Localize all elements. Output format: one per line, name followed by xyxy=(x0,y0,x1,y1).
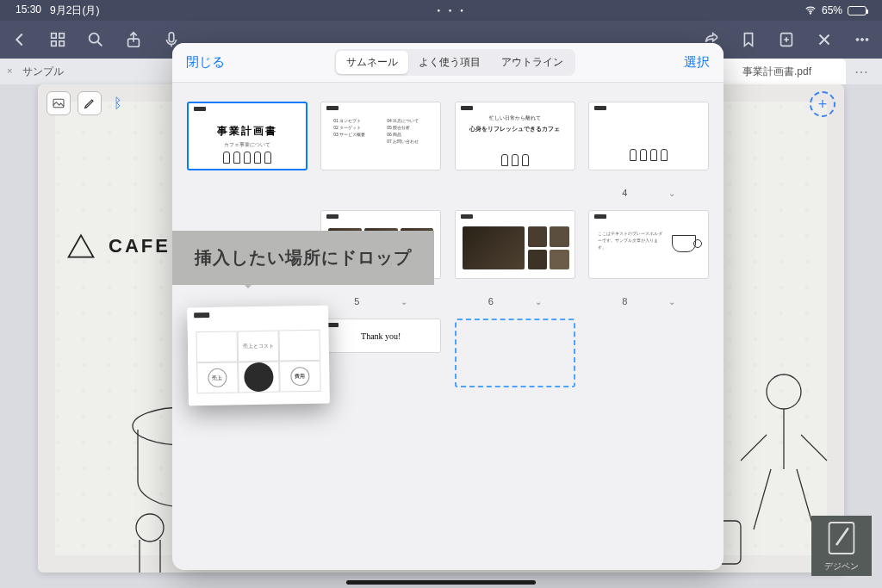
share-button[interactable] xyxy=(124,30,143,49)
watermark-badge: デジペン xyxy=(811,516,872,576)
battery-percent: 65% xyxy=(822,4,842,16)
multitask-dots[interactable]: ● ● ● xyxy=(99,8,804,13)
page-number-row[interactable]: 4⌄ xyxy=(588,188,711,198)
svg-point-0 xyxy=(810,13,811,14)
tab-document[interactable]: 事業計画書.pdf xyxy=(720,59,846,84)
svg-rect-7 xyxy=(169,33,174,42)
more-button[interactable] xyxy=(853,30,872,49)
add-element-button[interactable]: + xyxy=(810,91,835,117)
svg-point-9 xyxy=(856,39,859,41)
tablet-pen-icon xyxy=(826,519,857,557)
thumb-title: 事業計画書 xyxy=(217,124,277,139)
svg-rect-3 xyxy=(52,41,56,46)
tab-label: 事業計画書.pdf xyxy=(742,65,811,79)
close-button[interactable] xyxy=(815,30,834,49)
bluetooth-icon: ᛒ xyxy=(114,96,122,111)
page-thumb-2[interactable]: 01 コンセプト04 出店について 02 ターゲット05 競合分析 03 サービ… xyxy=(320,102,443,170)
status-time: 15:30 xyxy=(16,3,41,18)
page-number-row[interactable]: 5⌄ xyxy=(320,296,443,306)
dragged-page-card[interactable]: 売上とコスト 売上 費用 xyxy=(187,306,330,406)
chevron-down-icon[interactable]: ⌄ xyxy=(401,297,407,306)
wifi-icon xyxy=(804,4,817,16)
svg-point-10 xyxy=(861,39,864,41)
status-date: 9月2日(月) xyxy=(50,3,99,18)
seg-outline[interactable]: アウトライン xyxy=(491,51,574,74)
insertion-placeholder[interactable] xyxy=(454,319,576,387)
tab-options-icon[interactable]: ⋯ xyxy=(853,64,870,80)
image-tool-button[interactable] xyxy=(47,91,71,115)
page-thumb-4[interactable] xyxy=(588,102,711,170)
popover-close-button[interactable]: 閉じる xyxy=(186,54,225,71)
chevron-down-icon[interactable]: ⌄ xyxy=(668,297,675,306)
svg-rect-4 xyxy=(59,41,65,46)
popover-select-button[interactable]: 選択 xyxy=(684,54,710,71)
seg-favorites[interactable]: よく使う項目 xyxy=(408,51,491,74)
svg-point-14 xyxy=(136,514,164,542)
bookmark-button[interactable] xyxy=(739,30,758,49)
thumbnail-popover: 閉じる サムネール よく使う項目 アウトライン 選択 事業計画書カフェ事業につい… xyxy=(172,43,724,570)
tab-sample[interactable]: ×サンプル xyxy=(0,59,98,84)
search-button[interactable] xyxy=(86,30,105,49)
battery-icon xyxy=(848,6,866,15)
cafe-logo-text: CAFE xyxy=(109,235,171,257)
page-number-row[interactable]: 6⌄ xyxy=(454,296,576,306)
chevron-down-icon[interactable]: ⌄ xyxy=(535,297,542,306)
page-thumb-10[interactable]: Thank you! xyxy=(320,319,443,387)
svg-rect-1 xyxy=(52,34,56,39)
chevron-down-icon[interactable]: ⌄ xyxy=(668,189,675,198)
svg-point-15 xyxy=(767,374,801,409)
home-indicator[interactable] xyxy=(346,580,536,585)
svg-point-11 xyxy=(866,39,868,41)
page-thumb-8[interactable]: ここはテキストのプレースホルダーです。サンプル文章が入ります。 xyxy=(588,210,711,279)
view-segmented-control[interactable]: サムネール よく使う項目 アウトライン xyxy=(334,49,575,76)
cafe-logo: CAFE xyxy=(65,231,171,262)
popover-header: 閉じる サムネール よく使う項目 アウトライン 選択 xyxy=(172,43,724,83)
page-number-row[interactable]: 8⌄ xyxy=(588,296,711,306)
seg-thumbnail[interactable]: サムネール xyxy=(336,51,408,74)
tab-label: サンプル xyxy=(22,65,64,79)
page-thumb-1[interactable]: 事業計画書カフェ事業について xyxy=(186,102,308,170)
svg-point-5 xyxy=(90,34,99,43)
status-bar: 15:30 9月2日(月) ● ● ● 65% xyxy=(0,0,882,21)
watermark-text: デジペン xyxy=(824,560,859,573)
add-page-button[interactable] xyxy=(777,30,796,49)
page-thumb-7[interactable] xyxy=(454,210,576,279)
grid-button[interactable] xyxy=(48,30,67,49)
pen-tool-button[interactable] xyxy=(78,91,102,115)
back-button[interactable] xyxy=(10,30,29,49)
svg-rect-2 xyxy=(59,34,65,39)
instruction-callout: 挿入したい場所にドロップ xyxy=(172,231,434,285)
thumb-subtitle: カフェ事業について xyxy=(224,141,270,149)
page-thumb-3[interactable]: 忙しい日常から離れて心身をリフレッシュできるカフェ xyxy=(454,102,576,170)
